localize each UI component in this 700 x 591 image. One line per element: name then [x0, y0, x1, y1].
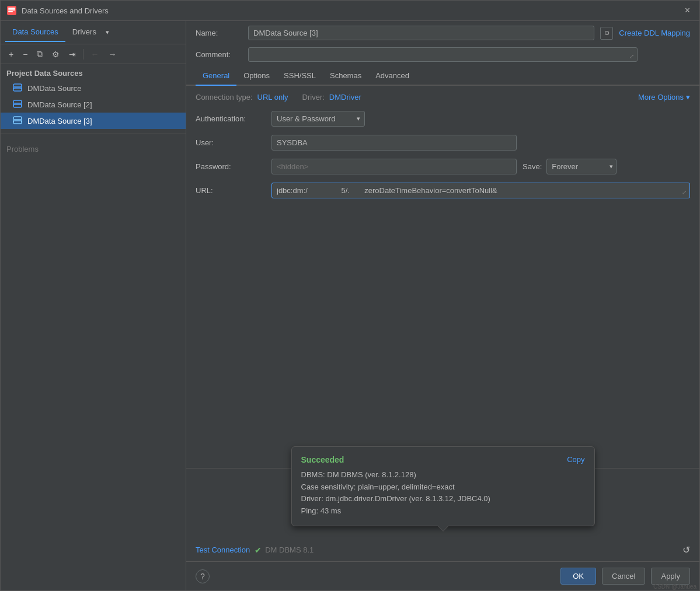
- tab-general[interactable]: General: [196, 67, 236, 86]
- user-label: User:: [196, 138, 266, 147]
- svg-rect-1: [8, 8, 15, 9]
- tooltip-copy-button[interactable]: Copy: [567, 455, 584, 464]
- tree-item-0[interactable]: DMData Source: [1, 80, 186, 96]
- connection-type-row: Connection type: URL only Driver: DMDriv…: [196, 93, 690, 102]
- database-icon-1: [12, 99, 23, 110]
- driver-value[interactable]: DMDriver: [329, 93, 361, 102]
- svg-rect-5: [13, 88, 22, 91]
- connection-type-left: Connection type: URL only Driver: DMDriv…: [196, 93, 361, 102]
- tooltip-line4: Ping: 43 ms: [301, 505, 585, 517]
- tab-advanced[interactable]: Advanced: [368, 67, 416, 86]
- svg-rect-12: [13, 117, 22, 120]
- footer: ? OK Cancel Apply: [186, 561, 699, 590]
- toolbar-separator: [83, 49, 83, 60]
- tooltip-line1: DBMS: DM DBMS (ver. 8.1.2.128): [301, 469, 585, 481]
- auth-row: Authentication: User & Password: [196, 111, 690, 127]
- tree-item-1[interactable]: DMData Source [2]: [1, 96, 186, 113]
- tooltip-header: Succeeded Copy: [301, 455, 585, 464]
- tab-schemas[interactable]: Schemas: [323, 67, 368, 86]
- main-window: Data Sources and Drivers × Data Sources …: [0, 0, 700, 591]
- save-row: Save: Forever: [523, 159, 617, 174]
- test-status-text: DM DBMS 8.1: [265, 545, 314, 554]
- problems-section: Problems: [1, 139, 186, 159]
- auth-label: Authentication:: [196, 114, 266, 123]
- svg-rect-8: [13, 100, 22, 103]
- tooltip-line2: Case sensitivity: plain=upper, delimited…: [301, 481, 585, 494]
- settings-button[interactable]: ⚙: [48, 47, 63, 61]
- sidebar-tabs: Data Sources Drivers ▾: [1, 21, 186, 44]
- reset-button[interactable]: ↺: [682, 544, 690, 555]
- url-input-wrapper: ⤢: [271, 183, 690, 198]
- remove-button[interactable]: −: [19, 47, 31, 61]
- more-options-label: More Options: [638, 93, 684, 102]
- add-button[interactable]: +: [5, 47, 17, 61]
- more-options[interactable]: More Options ▾: [638, 93, 690, 102]
- tab-options[interactable]: Options: [236, 67, 277, 86]
- sidebar: Data Sources Drivers ▾ + − ⧉ ⚙ ⇥ ← → Pro…: [1, 21, 186, 590]
- test-connection-button[interactable]: Test Connection: [196, 545, 250, 554]
- copy-button[interactable]: ⧉: [33, 47, 46, 61]
- comment-expand-icon: ⤢: [629, 53, 634, 60]
- tree-item-label-2: DMData Source [3]: [27, 117, 92, 125]
- url-input[interactable]: [271, 183, 690, 198]
- tab-bar: General Options SSH/SSL Schemas Advanced: [186, 67, 699, 86]
- close-button[interactable]: ×: [681, 4, 694, 17]
- cancel-button[interactable]: Cancel: [602, 568, 645, 585]
- password-input[interactable]: [271, 159, 517, 174]
- tab-ssh-ssl[interactable]: SSH/SSL: [277, 67, 323, 86]
- sidebar-toolbar: + − ⧉ ⚙ ⇥ ← →: [1, 44, 186, 64]
- test-left: Test Connection ✔ DM DBMS 8.1: [196, 545, 314, 555]
- general-content: Connection type: URL only Driver: DMDriv…: [186, 86, 699, 468]
- connection-type-label: Connection type:: [196, 93, 253, 102]
- bottom-section: Succeeded Copy DBMS: DM DBMS (ver. 8.1.2…: [186, 468, 699, 561]
- main-content: Data Sources Drivers ▾ + − ⧉ ⚙ ⇥ ← → Pro…: [1, 21, 699, 590]
- forward-button[interactable]: →: [105, 47, 120, 61]
- driver-label: Driver:: [302, 93, 325, 102]
- connection-type-value[interactable]: URL only: [257, 93, 288, 102]
- name-expand-button[interactable]: ⊙: [600, 27, 613, 40]
- tree-item-2[interactable]: DMData Source [3]: [1, 113, 186, 129]
- test-connection-row: Test Connection ✔ DM DBMS 8.1 ↺: [196, 544, 690, 555]
- project-data-sources-header: Project Data Sources: [1, 64, 186, 80]
- app-icon: [6, 5, 17, 16]
- right-panel: Name: ⊙ Create DDL Mapping Comment: ⤢ Ge…: [186, 21, 699, 590]
- tooltip-body: DBMS: DM DBMS (ver. 8.1.2.128) Case sens…: [301, 469, 585, 517]
- svg-rect-9: [13, 104, 22, 107]
- name-label: Name:: [196, 29, 242, 37]
- name-row: Name: ⊙ Create DDL Mapping: [186, 21, 699, 45]
- svg-rect-4: [13, 84, 22, 87]
- apply-button[interactable]: Apply: [651, 568, 690, 585]
- ok-button[interactable]: OK: [560, 568, 596, 585]
- user-input[interactable]: [271, 135, 517, 151]
- url-expand-icon[interactable]: ⤢: [682, 189, 687, 195]
- url-row: URL: ⤢: [196, 183, 690, 198]
- sidebar-tab-dropdown-icon[interactable]: ▾: [106, 29, 109, 36]
- back-button[interactable]: ←: [87, 47, 102, 61]
- svg-rect-13: [13, 121, 22, 124]
- svg-rect-2: [8, 9, 15, 11]
- tab-datasources[interactable]: Data Sources: [5, 23, 65, 42]
- create-ddl-link[interactable]: Create DDL Mapping: [619, 29, 690, 37]
- tooltip-arrow-inner: [438, 526, 448, 531]
- tab-drivers[interactable]: Drivers: [65, 23, 103, 42]
- tooltip-line3: Driver: dm.jdbc.driver.DmDriver (ver. 8.…: [301, 493, 585, 505]
- export-button[interactable]: ⇥: [65, 47, 79, 61]
- save-dropdown-wrapper[interactable]: Forever: [546, 159, 617, 174]
- auth-dropdown-wrapper[interactable]: User & Password: [271, 111, 365, 127]
- password-label: Password:: [196, 162, 266, 171]
- test-status: ✔ DM DBMS 8.1: [255, 545, 314, 555]
- auth-select[interactable]: User & Password: [271, 111, 365, 127]
- database-icon-0: [12, 83, 23, 93]
- name-input[interactable]: [248, 26, 594, 40]
- watermark: CSDN @Januea: [653, 583, 696, 590]
- success-tooltip: Succeeded Copy DBMS: DM DBMS (ver. 8.1.2…: [291, 446, 595, 526]
- window-title: Data Sources and Drivers: [22, 6, 681, 15]
- comment-input[interactable]: [248, 47, 638, 62]
- tree-item-label-0: DMData Source: [27, 84, 81, 93]
- database-icon-2: [12, 116, 23, 126]
- more-options-chevron-icon: ▾: [686, 93, 690, 102]
- password-row: Password: Save: Forever: [196, 159, 690, 174]
- help-button[interactable]: ?: [196, 569, 210, 583]
- save-select[interactable]: Forever: [546, 159, 617, 174]
- user-row: User:: [196, 135, 690, 151]
